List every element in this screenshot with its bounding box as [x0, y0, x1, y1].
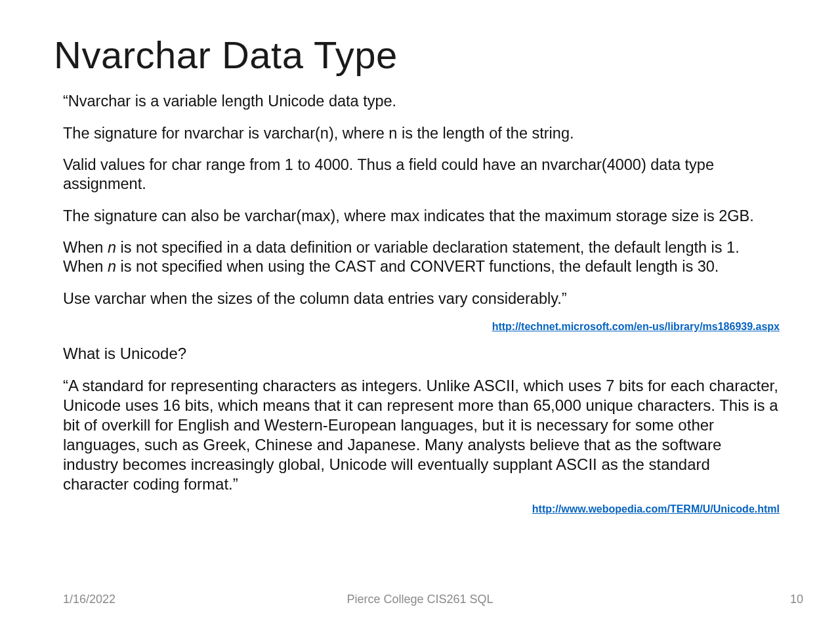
unicode-quote: “A standard for representing characters … — [63, 376, 780, 494]
source-link-1[interactable]: http://technet.microsoft.com/en-us/libra… — [492, 321, 780, 332]
slide-body: “Nvarchar is a variable length Unicode d… — [63, 92, 780, 515]
source-link-2-row: http://www.webopedia.com/TERM/U/Unicode.… — [63, 503, 780, 515]
p5-text-c: is not specified when using the CAST and… — [116, 258, 719, 275]
footer-page-number: 10 — [790, 593, 803, 606]
paragraph-1: “Nvarchar is a variable length Unicode d… — [63, 92, 780, 111]
p5-n-1: n — [108, 239, 116, 256]
slide: Nvarchar Data Type “Nvarchar is a variab… — [0, 0, 840, 630]
paragraph-6: Use varchar when the sizes of the column… — [63, 289, 780, 308]
source-link-2[interactable]: http://www.webopedia.com/TERM/U/Unicode.… — [532, 503, 780, 514]
source-link-1-row: http://technet.microsoft.com/en-us/libra… — [63, 321, 780, 333]
p5-text-a: When — [63, 239, 108, 256]
unicode-question: What is Unicode? — [63, 345, 780, 363]
paragraph-5: When n is not specified in a data defini… — [63, 238, 780, 276]
paragraph-4: The signature can also be varchar(max), … — [63, 207, 780, 226]
slide-title: Nvarchar Data Type — [54, 33, 398, 77]
paragraph-2: The signature for nvarchar is varchar(n)… — [63, 124, 780, 143]
paragraph-3: Valid values for char range from 1 to 40… — [63, 156, 780, 193]
footer-center: Pierce College CIS261 SQL — [0, 593, 840, 606]
p5-n-2: n — [108, 258, 116, 275]
